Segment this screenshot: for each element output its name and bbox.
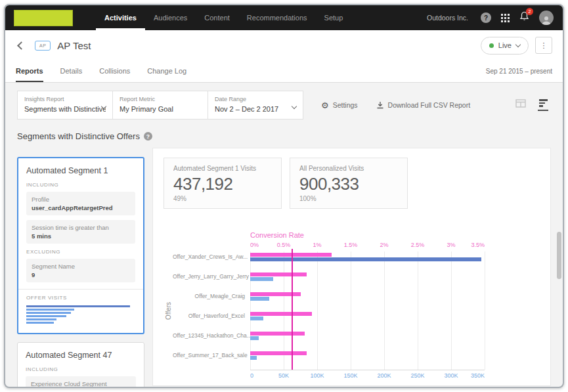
segment-rule-chip: Session time is greater than 5 mins <box>26 220 135 244</box>
chart-row <box>250 291 485 311</box>
select-value: Nov 2 – Dec 2 2017 <box>215 105 296 113</box>
spark-bar <box>26 305 130 307</box>
nav-item-activities[interactable]: Activities <box>96 5 145 30</box>
chart-row <box>250 350 485 370</box>
scrollbar-thumb[interactable] <box>557 232 561 279</box>
back-icon[interactable] <box>17 41 26 50</box>
help-icon[interactable]: ? <box>481 12 491 23</box>
chart-row <box>250 311 485 330</box>
axis-tick-label: 2% <box>380 242 388 248</box>
activity-date-range: Sep 21 2015 – present <box>486 68 552 75</box>
tab-label: Change Log <box>147 67 186 75</box>
report-toolbar: Insights Report Segments with Distinctiv… <box>17 91 551 120</box>
kpi-percent: 100% <box>299 195 398 202</box>
nav-item-label: Recommendations <box>247 14 307 22</box>
visits-bar[interactable] <box>250 257 481 261</box>
average-conversion-reference-line <box>292 249 293 370</box>
select-value: Segments with Distinctive <box>24 105 106 113</box>
tab-change-log[interactable]: Change Log <box>147 60 186 82</box>
segment-card-automated-segment-47[interactable]: Automated Segment 47 INCLUDING Experienc… <box>17 342 144 388</box>
nav-item-content[interactable]: Content <box>196 5 238 30</box>
chart-row <box>250 271 485 291</box>
chart-view-toggle[interactable] <box>538 99 548 111</box>
conversion-rate-bar[interactable] <box>250 332 305 336</box>
visits-bar[interactable] <box>250 316 263 320</box>
organization-name: Outdoors Inc. <box>427 14 468 22</box>
rule-value: user_cardAppRetargetPred <box>32 204 130 211</box>
report-content: Insights Report Segments with Distinctiv… <box>5 83 563 388</box>
segment-card-automated-segment-1[interactable]: Automated Segment 1 INCLUDING Profile us… <box>17 157 144 334</box>
nav-item-audiences[interactable]: Audiences <box>145 5 196 30</box>
excluding-label: EXCLUDING <box>26 249 135 255</box>
tab-label: Collisions <box>99 67 130 75</box>
axis-tick-label: 1% <box>313 242 321 248</box>
visits-bar[interactable] <box>250 356 257 360</box>
visits-bar[interactable] <box>250 297 269 301</box>
nav-item-setup[interactable]: Setup <box>316 5 352 30</box>
notifications-bell-icon[interactable]: 2 <box>519 11 529 24</box>
download-icon <box>376 101 384 109</box>
person-icon <box>541 15 552 25</box>
download-label: Download Full CSV Report <box>388 101 470 109</box>
rule-label: Segment Name <box>32 263 130 270</box>
activity-header: AP AP Test Live ⋮ <box>5 30 563 60</box>
axis-tick-label: 0 <box>250 372 253 379</box>
notification-count-badge: 2 <box>526 8 533 15</box>
tab-reports[interactable]: Reports <box>16 60 43 82</box>
rule-value: 5 mins <box>32 232 130 240</box>
section-title: Segments with Distinctive Offers <box>17 131 140 141</box>
nav-item-label: Content <box>204 14 230 22</box>
tab-collisions[interactable]: Collisions <box>99 60 130 82</box>
chart-category-label: Offer_12345_Hackathon_Cha... <box>173 330 250 350</box>
y-axis-title: Offers <box>164 251 173 370</box>
app-switcher-icon[interactable] <box>501 14 510 22</box>
report-body: Automated Segment 1 INCLUDING Profile us… <box>17 148 551 388</box>
app-window: Activities Audiences Content Recommendat… <box>4 4 564 388</box>
active-view-underline <box>538 110 548 111</box>
spark-bar <box>26 318 56 320</box>
nav-item-label: Setup <box>324 14 343 22</box>
rule-value: 9 <box>32 271 130 278</box>
nav-item-recommendations[interactable]: Recommendations <box>238 5 316 30</box>
kpi-value: 900,333 <box>299 175 398 194</box>
kpi-label: Automated Segment 1 Visits <box>173 165 272 172</box>
section-help-icon[interactable]: ? <box>144 132 152 141</box>
spark-bar <box>26 312 71 314</box>
axis-tick-label: 0.5% <box>277 242 291 248</box>
axis-tick-label: 1.5% <box>344 242 358 248</box>
conversion-rate-bar[interactable] <box>250 351 307 355</box>
visits-bar[interactable] <box>250 277 273 281</box>
chart-row <box>250 251 485 271</box>
tab-label: Details <box>60 67 83 75</box>
kpi-label: All Personalized Visits <box>299 165 398 172</box>
report-metric-select[interactable]: Report Metric My Primary Goal <box>112 91 208 120</box>
chart-row-labels: Offer_Xander_Crews_Is_Aw...Offer_Jerry_L… <box>173 251 250 370</box>
chart-plot <box>250 251 485 370</box>
visits-bar[interactable] <box>250 336 259 340</box>
user-avatar[interactable] <box>539 11 554 25</box>
axis-tick-label: 250K <box>410 372 424 379</box>
segment-rule-chip: Experience Cloud Segment soccer_moms <box>26 376 136 388</box>
kpi-segment-visits: Automated Segment 1 Visits 437,192 49% <box>164 158 282 209</box>
rule-label: Session time is greater than <box>32 224 130 231</box>
kpi-percent: 49% <box>173 195 272 202</box>
axis-tick-label: 200K <box>377 372 391 379</box>
status-dropdown[interactable]: Live <box>481 37 529 54</box>
axis-tick-label: 3.5% <box>471 242 485 248</box>
conversion-rate-bar[interactable] <box>250 253 332 257</box>
segment-title: Automated Segment 47 <box>26 351 136 360</box>
conversion-rate-bar[interactable] <box>250 272 307 276</box>
table-view-toggle[interactable] <box>515 99 526 108</box>
insights-report-select[interactable]: Insights Report Segments with Distinctiv… <box>17 91 113 120</box>
settings-button[interactable]: ⚙ Settings <box>321 101 358 110</box>
conversion-rate-axis: 0%0.5%1%1.5%2%2.5%3%3.5% <box>250 242 485 250</box>
download-csv-button[interactable]: Download Full CSV Report <box>376 101 470 109</box>
top-navigation: Activities Audiences Content Recommendat… <box>5 5 563 30</box>
conversion-rate-bar[interactable] <box>250 312 312 316</box>
more-actions-button[interactable]: ⋮ <box>535 37 552 54</box>
tab-bar: Reports Details Collisions Change Log Se… <box>5 60 563 83</box>
date-range-select[interactable]: Date Range Nov 2 – Dec 2 2017 <box>208 91 303 120</box>
tab-details[interactable]: Details <box>60 60 83 82</box>
rule-label: Profile <box>32 196 130 203</box>
axis-tick-label: 100K <box>310 372 324 379</box>
